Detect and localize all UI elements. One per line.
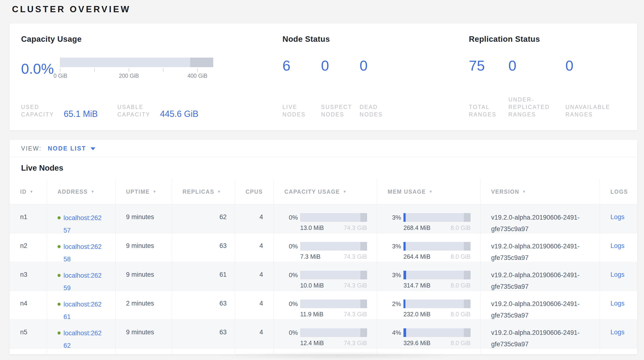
unavailable-ranges-label: UNAVAILABLE RANGES (566, 103, 616, 118)
capacity-total-value: 74.3 GiB (344, 252, 367, 261)
suspect-nodes-label: SUSPECT NODES (321, 103, 357, 118)
node-id: n4 (10, 291, 47, 323)
column-header-uptime[interactable]: UPTIME▼ (116, 179, 172, 204)
axis-label-0: 0 GiB (54, 73, 67, 79)
capacity-usage-section: Capacity Usage 0.0% 0 GiB 200 GiB 400 Gi… (21, 35, 282, 118)
node-address-cell: localhost:26261 (47, 291, 116, 323)
logs-link[interactable]: Logs (610, 328, 624, 336)
column-header-cpus: CPUS (235, 179, 274, 204)
node-uptime: 2 minutes (116, 291, 172, 323)
used-capacity-value: 65.1 MiB (64, 110, 98, 118)
node-address-link[interactable]: localhost:26261 (64, 298, 103, 323)
under-replicated-ranges-label: UNDER-REPLICATED RANGES (508, 96, 559, 118)
partial-row-cell (600, 348, 637, 354)
axis-label-200: 200 GiB (119, 73, 139, 79)
sort-caret-icon: ▼ (429, 190, 433, 194)
capacity-total-value: 74.3 GiB (344, 339, 367, 347)
memory-bar-fill (404, 328, 406, 337)
capacity-used-value: 7.3 MiB (300, 252, 320, 261)
sort-caret-icon: ▼ (30, 190, 34, 194)
capacity-bar-end-segment (360, 271, 367, 279)
total-ranges-label: TOTAL RANGES (469, 103, 508, 118)
node-live-dot (58, 303, 60, 306)
node-live-dot (58, 245, 60, 248)
memory-used-value: 268.4 MiB (404, 224, 430, 232)
total-ranges-value: 75 (469, 59, 508, 73)
axis-label-400: 400 GiB (187, 73, 207, 79)
partial-row-cell (480, 348, 600, 354)
capacity-axis-ticks (60, 68, 213, 72)
view-dropdown[interactable]: NODE LIST (48, 145, 95, 152)
column-header-capacity-usage[interactable]: CAPACITY USAGE▼ (274, 179, 377, 204)
column-header-label: ADDRESS (58, 189, 88, 195)
node-table-body: n1localhost:262579 minutes6240%13.0 MiB7… (10, 205, 637, 348)
mem-usage-cell: 3%268.4 MiB8.0 GiB (377, 205, 480, 237)
capacity-bar-track (300, 299, 367, 308)
mem-usage-cell: 2%232.0 MiB8.0 GiB (377, 291, 480, 323)
memory-bar-end-segment (464, 242, 470, 251)
partial-row-cell (235, 348, 274, 354)
logs-link[interactable]: Logs (610, 242, 624, 249)
memory-bar-end-segment (464, 299, 470, 308)
memory-values: 314.7 MiB8.0 GiB (404, 281, 470, 290)
column-header-mem-usage[interactable]: MEM USAGE▼ (377, 179, 480, 204)
memory-values: 329.6 MiB8.0 GiB (404, 339, 470, 347)
column-header-label: MEM USAGE (388, 189, 426, 195)
suspect-nodes-stat: 0 SUSPECT NODES (321, 59, 360, 118)
replication-stats: 75 TOTAL RANGES 0 UNDER-REPLICATED RANGE… (469, 59, 628, 118)
capacity-axis-labels: 0 GiB 200 GiB 400 GiB (60, 73, 213, 80)
capacity-values: 10.0 MiB74.3 GiB (300, 281, 367, 290)
live-nodes-value: 6 (282, 59, 321, 73)
logs-cell: Logs (600, 205, 637, 237)
node-replicas: 62 (172, 205, 235, 237)
node-address-link[interactable]: localhost:26262 (64, 327, 103, 352)
capacity-values: 13.0 MiB74.3 GiB (300, 224, 367, 232)
node-version: v19.2.0-alpha.20190606-2491-gfe735c9a97 (480, 291, 600, 323)
node-uptime: 9 minutes (116, 320, 172, 352)
node-uptime: 9 minutes (116, 262, 172, 294)
node-live-dot (58, 216, 60, 219)
usable-capacity-label: USABLE CAPACITY (118, 103, 158, 118)
node-cpus: 4 (235, 262, 274, 294)
node-replicas: 61 (172, 262, 235, 294)
memory-used-value: 232.0 MiB (404, 310, 430, 318)
node-status-heading: Node Status (282, 35, 469, 44)
logs-link[interactable]: Logs (610, 271, 624, 278)
capacity-bar-track (300, 213, 367, 222)
mem-usage-cell: 3%314.7 MiB8.0 GiB (377, 262, 480, 294)
capacity-bar-end-segment (360, 328, 367, 337)
column-header-label: VERSION (491, 189, 520, 195)
dead-nodes-value: 0 (360, 59, 398, 73)
column-header-replicas[interactable]: REPLICAS▼ (172, 179, 235, 204)
node-address-link[interactable]: localhost:26257 (64, 212, 103, 237)
capacity-used-value: 11.9 MiB (300, 310, 324, 318)
column-header-address[interactable]: ADDRESS▼ (47, 179, 116, 204)
node-table-header: ID▼ADDRESS▼UPTIME▼REPLICAS▼CPUSCAPACITY … (10, 179, 637, 205)
node-address-link[interactable]: localhost:26258 (64, 241, 103, 265)
capacity-usage-heading: Capacity Usage (21, 35, 282, 44)
memory-used-value: 264.4 MiB (404, 252, 430, 261)
used-capacity-stat: USED CAPACITY 65.1 MiB (21, 103, 118, 118)
node-status-section: Node Status 6 LIVE NODES 0 SUSPECT NODES… (282, 35, 469, 118)
logs-link[interactable]: Logs (610, 300, 624, 307)
capacity-total-value: 74.3 GiB (344, 224, 367, 232)
view-bar: VIEW: NODE LIST (10, 140, 637, 157)
cluster-overview-page: CLUSTER OVERVIEW Capacity Usage 0.0% 0 G… (0, 4, 644, 354)
memory-bar-track (404, 328, 470, 337)
partial-row-cell (116, 348, 172, 354)
table-row-n5: n5localhost:262629 minutes6340%12.4 MiB7… (10, 320, 637, 348)
page-title: CLUSTER OVERVIEW (12, 4, 637, 15)
capacity-usage-chart: 0.0% 0 GiB 200 GiB 400 GiB (21, 58, 282, 80)
logs-link[interactable]: Logs (610, 213, 624, 221)
memory-bar-fill (404, 271, 406, 279)
node-id: n1 (10, 205, 47, 237)
memory-bar-end-segment (464, 328, 470, 337)
memory-values: 268.4 MiB8.0 GiB (404, 224, 470, 232)
node-address-link[interactable]: localhost:26259 (64, 269, 103, 294)
node-version: v19.2.0-alpha.20190606-2491-gfe735c9a97 (480, 233, 600, 265)
column-header-id[interactable]: ID▼ (10, 179, 47, 204)
table-row-n2: n2localhost:262589 minutes6340%7.3 MiB74… (10, 233, 637, 262)
column-header-version[interactable]: VERSION▼ (480, 179, 600, 204)
node-replicas: 63 (172, 291, 235, 323)
suspect-nodes-value: 0 (321, 59, 360, 73)
